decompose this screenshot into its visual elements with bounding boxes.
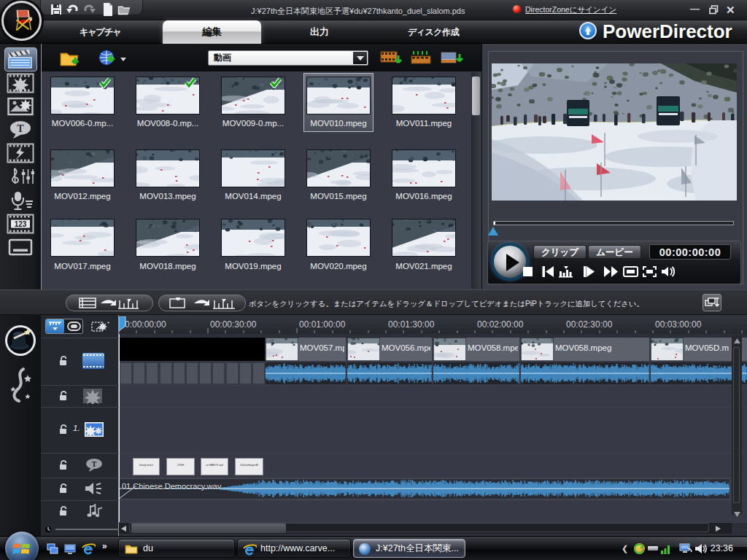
svg-text:*: *	[107, 320, 109, 327]
svg-text:123: 123	[15, 220, 27, 228]
svg-text:T: T	[92, 460, 97, 468]
svg-text:T: T	[17, 123, 24, 134]
